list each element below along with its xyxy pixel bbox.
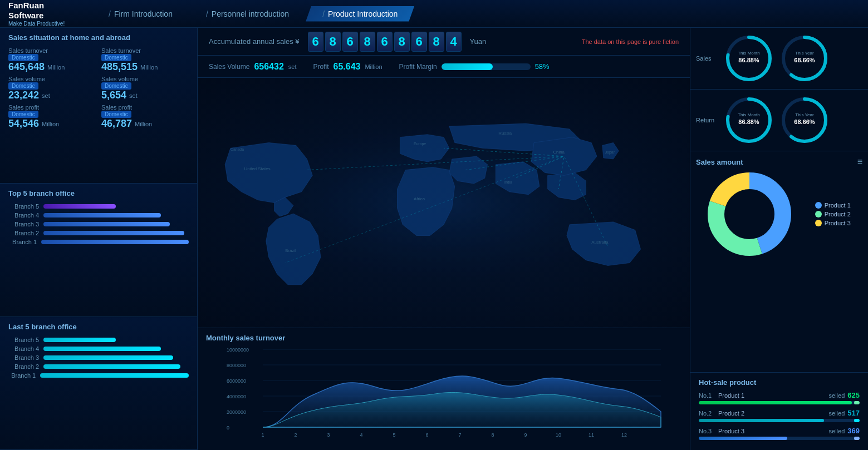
tab-product-introduction[interactable]: Product Introduction: [306, 6, 414, 22]
legend-product3: Product 3: [815, 220, 851, 226]
sales-turnover-label-1: Sales turnover: [8, 47, 96, 54]
top5-branch4: Branch 4: [8, 212, 189, 219]
profit-bar-outer: [442, 63, 531, 70]
stat-sales-volume-unit: set: [288, 63, 297, 70]
sales-grid: Sales turnover Domestic 645,648 Million …: [8, 47, 189, 130]
last5-branch4-bar: [43, 347, 161, 351]
top5-branch5-label: Branch 5: [8, 203, 39, 210]
svg-text:Australia: Australia: [591, 240, 609, 245]
top5-branch1: Branch 1: [8, 239, 189, 245]
last5-branch3-bar: [43, 355, 173, 360]
tab-firm-introduction[interactable]: Firm Introduction: [92, 6, 189, 22]
svg-text:Russia: Russia: [498, 131, 512, 136]
legend-label-product2: Product 2: [825, 211, 851, 217]
world-map-svg: United States Canada Brazil Europe Afric…: [198, 78, 690, 328]
svg-text:This Month: This Month: [738, 112, 760, 117]
badge-domestic-5: Domestic: [8, 111, 38, 118]
world-map-area: United States Canada Brazil Europe Afric…: [198, 78, 690, 328]
svg-text:Africa: Africa: [414, 196, 425, 201]
hot-sale-info-3: No.3 Product 3 selled 369: [699, 427, 860, 435]
last5-branch1-bar: [40, 373, 189, 378]
logo-tagline: Make Data Productive!: [8, 21, 81, 27]
sales-amount-title: Sales amount: [696, 158, 743, 166]
sales-situation-title: Sales situation at home and abroad: [8, 33, 189, 42]
stat-margin: Profit Margin 58%: [399, 62, 550, 71]
hot-sale-selled-3: selled: [829, 428, 845, 434]
turnover-value-2: 485,515: [101, 61, 138, 73]
top5-branch1-bar: [41, 240, 189, 244]
hot-sale-bar-outer-3: [699, 437, 860, 440]
kpi-sales-month-ring-svg: This Month 86.88%: [724, 33, 774, 83]
top5-branch2-label: Branch 2: [8, 230, 39, 236]
logo-title: FanRuanSoftware: [8, 1, 81, 21]
ticker-unit: Yuan: [470, 37, 487, 46]
stat-profit-unit: Million: [365, 63, 382, 70]
svg-text:0: 0: [227, 425, 229, 431]
profit-value-1: 54,546: [8, 118, 39, 130]
turnover-unit-2: Million: [140, 64, 158, 71]
profit-unit-1: Million: [42, 121, 59, 127]
svg-text:1: 1: [261, 432, 264, 438]
hot-sale-info-1: No.1 Product 1 selled 625: [699, 391, 860, 399]
kpi-sales-section: Sales This Month 86.88% This Year: [690, 28, 868, 90]
pie-legend: Product 1 Product 2 Product 3: [815, 202, 851, 226]
volume-unit-1: set: [42, 92, 50, 99]
svg-text:This Year: This Year: [795, 112, 814, 117]
sales-amount-menu-icon[interactable]: ≡: [857, 157, 862, 167]
sales-amount-header: Sales amount ≡: [696, 157, 862, 167]
ticker-bar: Accumulated annual sales ¥ 6 8 6 8 6 8 6…: [198, 28, 690, 56]
kpi-sales-year-ring-svg: This Year 68.66%: [779, 33, 830, 83]
last5-branch5-label: Branch 5: [8, 337, 39, 343]
hot-sale-bar-dot-1: [854, 401, 860, 404]
last5-branch2-bar: [43, 364, 180, 369]
hot-sale-name-3: Product 3: [718, 428, 826, 434]
svg-text:68.66%: 68.66%: [794, 118, 815, 125]
badge-domestic-2: Domestic: [101, 54, 131, 61]
monthly-chart-area: 10000000 8000000 6000000 4000000 2000000…: [206, 345, 681, 439]
svg-text:7: 7: [458, 432, 461, 438]
turnover-value-1: 645,648: [8, 61, 45, 73]
legend-product1: Product 1: [815, 202, 851, 209]
digit-6: 6: [411, 32, 427, 52]
pie-chart-svg: [708, 170, 791, 259]
ticker-label: Accumulated annual sales ¥: [209, 37, 300, 46]
svg-text:8000000: 8000000: [227, 363, 246, 368]
ticker-note: The data on this page is pure fiction: [582, 38, 679, 45]
badge-domestic-1: Domestic: [8, 54, 38, 61]
svg-text:10: 10: [556, 432, 561, 438]
svg-text:10000000: 10000000: [227, 347, 249, 353]
hot-sale-info-2: No.2 Product 2 selled 517: [699, 409, 860, 417]
svg-text:86.88%: 86.88%: [738, 57, 759, 63]
profit-value-2: 46,787: [101, 118, 132, 130]
badge-domestic-6: Domestic: [101, 111, 131, 118]
svg-point-61: [727, 192, 772, 236]
monthly-chart-svg: 10000000 8000000 6000000 4000000 2000000…: [206, 345, 681, 439]
volume-value-2: 5,654: [101, 90, 126, 101]
last5-branch2: Branch 2: [8, 363, 189, 370]
hot-sale-row-1: No.1 Product 1 selled 625: [699, 391, 860, 404]
sales-amount-section: Sales amount ≡: [690, 151, 868, 373]
stat-margin-label: Profit Margin: [399, 63, 437, 71]
hot-sale-section: Hot-sale product No.1 Product 1 selled 6…: [690, 373, 868, 450]
hot-sale-row-2: No.2 Product 2 selled 517: [699, 409, 860, 422]
svg-text:3: 3: [327, 432, 330, 438]
svg-text:Japan: Japan: [605, 150, 616, 155]
right-panel: Sales This Month 86.88% This Year: [690, 28, 868, 450]
last5-branch4-label: Branch 4: [8, 345, 39, 352]
sales-item-turnover-1: Sales turnover Domestic 645,648 Million: [8, 47, 96, 73]
hot-sale-bar-inner-2: [699, 419, 824, 422]
svg-text:4: 4: [360, 432, 362, 438]
kpi-sales-this-year: This Year 68.66%: [779, 33, 830, 83]
hot-sale-name-2: Product 2: [718, 410, 826, 417]
stat-profit-label: Profit: [313, 63, 328, 71]
legend-dot-product2: [815, 211, 822, 217]
hot-sale-name-1: Product 1: [718, 392, 826, 399]
hot-sale-selled-2: selled: [829, 410, 845, 417]
hot-sale-no-2: No.2: [699, 410, 715, 417]
volume-value-1: 23,242: [8, 90, 39, 101]
svg-text:This Year: This Year: [795, 51, 814, 56]
digit-0: 6: [308, 32, 323, 52]
svg-text:India: India: [504, 180, 512, 184]
tab-personnel-introduction[interactable]: Personnel introduction: [189, 6, 306, 22]
sales-profit-label-2: Sales profit: [101, 104, 189, 111]
